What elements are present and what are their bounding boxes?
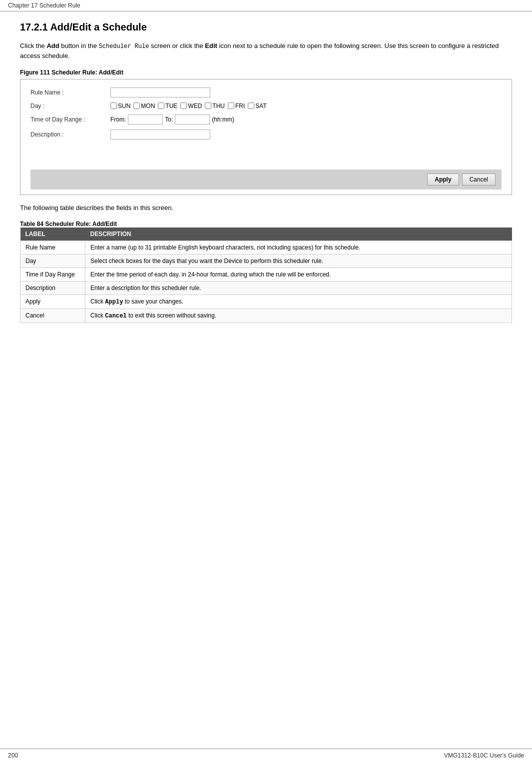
rule-name-input[interactable] (110, 88, 210, 98)
table-cell-label: Cancel (20, 309, 85, 323)
sun-checkbox[interactable] (110, 102, 117, 109)
mon-checkbox[interactable] (133, 102, 140, 109)
table-cell-description: Select check boxes for the days that you… (85, 254, 512, 268)
from-label: From: (110, 116, 126, 123)
section-title: 17.2.1 Add/Edit a Schedule (20, 22, 512, 33)
table-cell-description: Click Cancel to exit this screen without… (85, 309, 512, 323)
table-row: Time if Day RangeEnter the time period o… (20, 268, 512, 282)
sat-checkbox[interactable] (248, 102, 254, 109)
table-cell-label: Apply (20, 295, 85, 309)
to-label: To: (165, 116, 173, 123)
rule-name-label: Rule Name : (30, 89, 110, 96)
table-label: Table 84 Scheduler Rule: Add/Edit (20, 220, 512, 228)
table-row: ApplyClick Apply to save your changes. (20, 295, 512, 309)
description-label: Description : (30, 131, 110, 138)
table-cell-description: Enter a name (up to 31 printable English… (85, 241, 512, 254)
time-to-input[interactable] (175, 114, 210, 124)
page-content: 17.2.1 Add/Edit a Schedule Click the Add… (0, 12, 532, 343)
apply-button[interactable]: Apply (427, 174, 459, 186)
day-row: Day : SUN MON TUE WED THU FR (30, 102, 502, 110)
table-cell-label: Description (20, 282, 85, 295)
figure-label: Figure 111 Scheduler Rule: Add/Edit (20, 69, 512, 76)
wed-checkbox-label[interactable]: WED (180, 102, 202, 110)
scheduler-form: Rule Name : Day : SUN MON TUE WED (20, 79, 512, 195)
description-table: LABEL DESCRIPTION Rule NameEnter a name … (20, 228, 512, 323)
time-label: Time of Day Range : (30, 116, 110, 123)
add-keyword: Add (46, 42, 59, 50)
form-footer: Apply Cancel (30, 170, 502, 190)
wed-checkbox[interactable] (180, 102, 187, 109)
rule-name-row: Rule Name : (30, 88, 502, 98)
table-row: Rule NameEnter a name (up to 31 printabl… (20, 241, 512, 254)
table-row: DaySelect check boxes for the days that … (20, 254, 512, 268)
edit-keyword: Edit (205, 42, 217, 50)
fri-checkbox[interactable] (228, 102, 234, 109)
sat-checkbox-label[interactable]: SAT (248, 102, 266, 110)
table-cell-label: Day (20, 254, 85, 268)
sun-checkbox-label[interactable]: SUN (110, 102, 130, 110)
table-header-row: LABEL DESCRIPTION (20, 228, 512, 241)
mon-checkbox-label[interactable]: MON (133, 102, 155, 110)
description-row: Description : (30, 130, 502, 140)
guide-title: VMG1312-B10C User's Guide (444, 752, 524, 759)
table-cell-label: Rule Name (20, 241, 85, 254)
time-from-input[interactable] (128, 114, 163, 124)
day-checkboxes: SUN MON TUE WED THU FRI SA (110, 102, 267, 110)
time-hint: (hh:mm) (212, 116, 234, 123)
top-bar: Chapter 17 Scheduler Rule (0, 0, 532, 12)
table-cell-description: Enter a description for this scheduler r… (85, 282, 512, 295)
table-cell-label: Time if Day Range (20, 268, 85, 282)
chapter-label: Chapter 17 Scheduler Rule (8, 2, 80, 9)
thu-checkbox-label[interactable]: THU (205, 102, 225, 110)
thu-checkbox[interactable] (205, 102, 211, 109)
fri-checkbox-label[interactable]: FRI (228, 102, 245, 110)
time-fields: From: To: (hh:mm) (110, 114, 234, 124)
bottom-bar: 200 VMG1312-B10C User's Guide (0, 748, 532, 762)
table-row: CancelClick Cancel to exit this screen w… (20, 309, 512, 323)
table-row: DescriptionEnter a description for this … (20, 282, 512, 295)
tue-checkbox-label[interactable]: TUE (158, 102, 177, 110)
col-description-header: DESCRIPTION (85, 228, 512, 241)
col-label-header: LABEL (20, 228, 85, 241)
day-label: Day : (30, 102, 110, 110)
page-number: 200 (8, 752, 18, 759)
after-form-text: The following table describes the fields… (20, 203, 512, 213)
cancel-button[interactable]: Cancel (462, 174, 496, 186)
time-row: Time of Day Range : From: To: (hh:mm) (30, 114, 502, 124)
scheduler-rule-code: Scheduler Rule (99, 43, 149, 50)
table-cell-description: Enter the time period of each day, in 24… (85, 268, 512, 282)
description-input[interactable] (110, 130, 210, 140)
table-cell-description: Click Apply to save your changes. (85, 295, 512, 309)
tue-checkbox[interactable] (158, 102, 164, 109)
section-intro: Click the Add button in the Scheduler Ru… (20, 41, 512, 61)
